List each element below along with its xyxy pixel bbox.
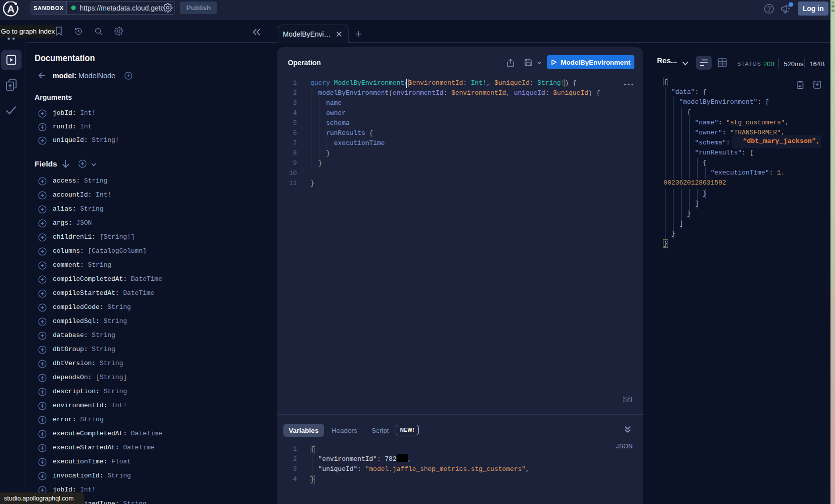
svg-text:A: A [7,4,14,15]
